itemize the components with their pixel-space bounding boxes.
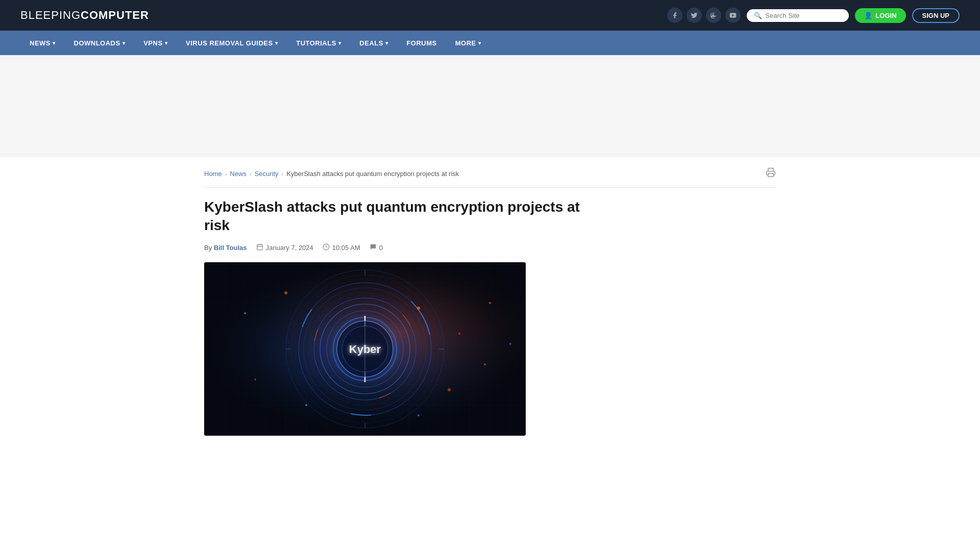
author-link[interactable]: Bill Toulas [214, 244, 247, 252]
twitter-icon[interactable] [687, 8, 702, 23]
calendar-icon [256, 243, 263, 252]
login-user-icon: 👤 [864, 12, 872, 19]
breadcrumb-left: Home › News › Security › KyberSlash atta… [204, 170, 459, 178]
svg-point-59 [284, 291, 287, 294]
breadcrumb-security[interactable]: Security [255, 170, 279, 178]
article-title: KyberSlash attacks put quantum encryptio… [204, 198, 607, 235]
article-date: January 7, 2024 [256, 243, 313, 252]
header-right: 🔍 👤 LOGIN SIGN UP [667, 8, 960, 23]
comment-icon [370, 243, 377, 252]
social-icons [667, 8, 741, 23]
search-icon: 🔍 [754, 12, 762, 19]
svg-rect-2 [257, 244, 262, 250]
nav-item-virus-removal[interactable]: VIRUS REMOVAL GUIDES ▾ [177, 31, 287, 55]
breadcrumb-news[interactable]: News [230, 170, 247, 178]
mastodon-icon[interactable] [706, 8, 721, 23]
search-input[interactable] [765, 12, 842, 19]
nav-item-news[interactable]: NEWS ▾ [20, 31, 65, 55]
main-nav: NEWS ▾ DOWNLOADS ▾ VPNS ▾ VIRUS REMOVAL … [0, 31, 980, 55]
youtube-icon[interactable] [725, 8, 741, 23]
svg-rect-1 [768, 173, 773, 177]
article-hero-image: Kyber [204, 262, 526, 436]
nav-item-more[interactable]: MORE ▾ [446, 31, 491, 55]
svg-point-63 [509, 343, 511, 345]
tutorials-dropdown-arrow: ▾ [338, 40, 341, 46]
main-container: Home › News › Security › KyberSlash atta… [184, 157, 796, 446]
breadcrumb-sep-2: › [250, 171, 252, 177]
search-box[interactable]: 🔍 [747, 9, 849, 22]
breadcrumb: Home › News › Security › KyberSlash atta… [204, 167, 776, 188]
downloads-dropdown-arrow: ▾ [122, 40, 126, 46]
article-author: By Bill Toulas [204, 244, 247, 252]
breadcrumb-current: KyberSlash attacks put quantum encryptio… [286, 170, 459, 178]
svg-point-56 [448, 388, 451, 391]
svg-point-55 [489, 302, 491, 304]
nav-item-deals[interactable]: DEALS ▾ [350, 31, 397, 55]
clock-icon [323, 243, 330, 252]
nav-item-downloads[interactable]: DOWNLOADS ▾ [65, 31, 135, 55]
article-body: KyberSlash attacks put quantum encryptio… [204, 198, 607, 436]
svg-point-62 [244, 312, 246, 314]
svg-text:Kyber: Kyber [349, 343, 381, 356]
svg-point-60 [305, 404, 307, 406]
article-meta: By Bill Toulas January 7, 2024 10:05 AM [204, 243, 607, 252]
signup-button[interactable]: SIGN UP [912, 8, 960, 23]
news-dropdown-arrow: ▾ [53, 40, 56, 46]
svg-point-57 [484, 363, 486, 365]
breadcrumb-home[interactable]: Home [204, 170, 222, 178]
print-button[interactable] [766, 167, 776, 180]
logo-light: BLEEPING [20, 9, 81, 21]
virus-dropdown-arrow: ▾ [275, 40, 278, 46]
facebook-icon[interactable] [667, 8, 682, 23]
article-time: 10:05 AM [323, 243, 360, 252]
content-area: KyberSlash attacks put quantum encryptio… [204, 198, 776, 436]
deals-dropdown-arrow: ▾ [385, 40, 388, 46]
site-logo[interactable]: BLEEPINGCOMPUTER [20, 9, 149, 22]
breadcrumb-sep-1: › [225, 171, 227, 177]
nav-item-forums[interactable]: FORUMS [397, 31, 446, 55]
login-button[interactable]: 👤 LOGIN [855, 8, 905, 23]
svg-point-54 [458, 333, 460, 335]
more-dropdown-arrow: ▾ [478, 40, 481, 46]
svg-point-53 [417, 307, 420, 310]
logo-bold: COMPUTER [81, 9, 149, 21]
article-sidebar [623, 198, 776, 436]
breadcrumb-sep-3: › [282, 171, 284, 177]
nav-item-tutorials[interactable]: TUTORIALS ▾ [287, 31, 350, 55]
vpns-dropdown-arrow: ▾ [165, 40, 168, 46]
advertisement-banner [0, 55, 980, 157]
nav-item-vpns[interactable]: VPNS ▾ [134, 31, 177, 55]
svg-point-58 [254, 379, 256, 381]
svg-point-61 [418, 414, 420, 416]
article-comments: 0 [370, 243, 383, 252]
site-header: BLEEPINGCOMPUTER 🔍 👤 LOGIN SIGN UP [0, 0, 980, 31]
